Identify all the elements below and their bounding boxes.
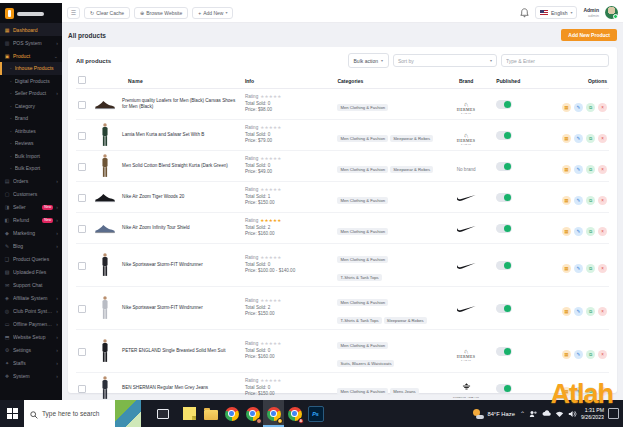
row-checkbox[interactable]	[78, 163, 86, 171]
add-new-button[interactable]: + Add New ▾	[192, 7, 233, 19]
published-toggle[interactable]	[496, 304, 512, 313]
published-toggle[interactable]	[496, 347, 512, 356]
row-checkbox[interactable]	[78, 132, 86, 140]
browse-website-button[interactable]: ⊕ Browse Website	[134, 7, 188, 19]
barcode-button[interactable]: ▦	[562, 227, 571, 236]
sidebar-item-blog[interactable]: ✎Blog›	[0, 240, 62, 253]
bulk-action-dropdown[interactable]: Bulk action ▾	[348, 53, 389, 68]
barcode-button[interactable]: ▦	[562, 307, 571, 316]
row-checkbox[interactable]	[78, 348, 86, 356]
barcode-button[interactable]: ▦	[562, 350, 571, 359]
edit-button[interactable]: ✎	[574, 307, 583, 316]
duplicate-button[interactable]: ⧉	[586, 264, 595, 273]
sidebar-item-product-queries[interactable]: ❑Product Queries	[0, 253, 62, 266]
weather-widget[interactable]: 84°F Haze	[473, 409, 514, 419]
sidebar-toggle-button[interactable]: ☰	[67, 7, 80, 19]
barcode-button[interactable]: ▦	[562, 103, 571, 112]
row-checkbox[interactable]	[78, 385, 86, 393]
app-logo[interactable]	[0, 3, 62, 23]
row-checkbox[interactable]	[78, 225, 86, 233]
start-button[interactable]	[0, 400, 24, 427]
row-checkbox[interactable]	[78, 194, 86, 202]
sidebar-item-inhouse-products[interactable]: -Inhouse Products	[0, 62, 62, 75]
sidebar-item-uploaded-files[interactable]: ▨Uploaded Files	[0, 266, 62, 279]
sidebar-item-product[interactable]: ▣Product⌄	[0, 49, 62, 62]
edit-button[interactable]: ✎	[574, 196, 583, 205]
add-new-product-button[interactable]: Add New Product	[561, 29, 617, 41]
sidebar-item-staffs[interactable]: ✦Staffs›	[0, 357, 62, 370]
task-view-button[interactable]	[153, 400, 173, 427]
chrome-active-icon[interactable]: 6	[263, 400, 284, 427]
file-explorer-icon[interactable]	[200, 400, 221, 427]
sidebar-item-attributes[interactable]: -Attributes	[0, 125, 62, 138]
taskbar-search[interactable]: Type here to search	[24, 400, 141, 427]
chrome-icon[interactable]	[221, 400, 242, 427]
sidebar-item-digital-products[interactable]: -Digital Products	[0, 75, 62, 88]
published-toggle[interactable]	[496, 261, 512, 270]
sidebar-item-affiliate-system[interactable]: ◈Affiliate System›	[0, 292, 62, 305]
network-wifi-icon[interactable]	[555, 409, 564, 418]
duplicate-button[interactable]: ⧉	[586, 134, 595, 143]
tray-chevron-up-icon[interactable]: ⌃	[520, 411, 525, 417]
sidebar-item-website-setup[interactable]: ⬒Website Setup›	[0, 331, 62, 344]
clear-cache-button[interactable]: ↻ Clear Cache	[84, 7, 130, 19]
delete-button[interactable]: ×	[598, 134, 607, 143]
volume-icon[interactable]	[568, 409, 577, 418]
duplicate-button[interactable]: ⧉	[586, 350, 595, 359]
sidebar-item-refund[interactable]: ◧RefundNew›	[0, 214, 62, 227]
sidebar-item-club-point-system[interactable]: ◎Club Point System›	[0, 305, 62, 318]
sidebar-item-bulk-export[interactable]: -Bulk Export	[0, 162, 62, 175]
edit-button[interactable]: ✎	[574, 227, 583, 236]
sidebar-item-settings[interactable]: ⚙Settings›	[0, 344, 62, 357]
barcode-button[interactable]: ▦	[562, 264, 571, 273]
published-toggle[interactable]	[496, 131, 512, 140]
edit-button[interactable]: ✎	[574, 165, 583, 174]
edit-button[interactable]: ✎	[574, 264, 583, 273]
published-toggle[interactable]	[496, 224, 512, 233]
bing-daily-image[interactable]	[115, 400, 141, 427]
sidebar-item-seller[interactable]: ◨SellerNew›	[0, 201, 62, 214]
chrome-profile-icon[interactable]	[242, 400, 263, 427]
select-all-checkbox[interactable]	[78, 76, 86, 84]
duplicate-button[interactable]: ⧉	[586, 227, 595, 236]
published-toggle[interactable]	[496, 384, 512, 393]
sidebar-item-reviews[interactable]: -Reviews	[0, 137, 62, 150]
sidebar-item-support-chat[interactable]: ✉Support Chat	[0, 279, 62, 292]
sidebar-item-customers[interactable]: ▢Customers	[0, 188, 62, 201]
published-toggle[interactable]	[496, 193, 512, 202]
duplicate-button[interactable]: ⧉	[586, 165, 595, 174]
sidebar-item-system[interactable]: ❖System›	[0, 370, 62, 383]
sidebar-item-category[interactable]: -Category	[0, 100, 62, 113]
row-checkbox[interactable]	[78, 305, 86, 313]
people-icon[interactable]	[529, 409, 538, 418]
search-input[interactable]	[501, 54, 609, 67]
language-selector[interactable]: English ▾	[535, 6, 577, 19]
photoshop-icon[interactable]: Ps	[305, 400, 326, 427]
sidebar-item-bulk-import[interactable]: -Bulk Import	[0, 150, 62, 163]
delete-button[interactable]: ×	[598, 227, 607, 236]
edit-button[interactable]: ✎	[574, 350, 583, 359]
sidebar-item-seller-product[interactable]: -Seller Product›	[0, 87, 62, 100]
duplicate-button[interactable]: ⧉	[586, 196, 595, 205]
delete-button[interactable]: ×	[598, 165, 607, 174]
sidebar-item-pos-system[interactable]: ▥POS System›	[0, 36, 62, 49]
avatar[interactable]	[605, 6, 618, 19]
barcode-button[interactable]: ▦	[562, 134, 571, 143]
duplicate-button[interactable]: ⧉	[586, 103, 595, 112]
sidebar-item-offline-payment-system[interactable]: ▭Offline Payment System›	[0, 318, 62, 331]
edit-button[interactable]: ✎	[574, 134, 583, 143]
barcode-button[interactable]: ▦	[562, 196, 571, 205]
barcode-button[interactable]: ▦	[562, 165, 571, 174]
notifications-bell-icon[interactable]	[520, 8, 529, 18]
sidebar-item-dashboard[interactable]: ▦Dashboard	[0, 23, 62, 36]
delete-button[interactable]: ×	[598, 307, 607, 316]
chrome-alert-icon[interactable]: A	[284, 400, 305, 427]
delete-button[interactable]: ×	[598, 350, 607, 359]
sidebar-item-marketing[interactable]: ◆Marketing›	[0, 227, 62, 240]
delete-button[interactable]: ×	[598, 196, 607, 205]
sidebar-item-brand[interactable]: -Brand	[0, 112, 62, 125]
duplicate-button[interactable]: ⧉	[586, 307, 595, 316]
published-toggle[interactable]	[496, 100, 512, 109]
onedrive-cloud-icon[interactable]	[542, 409, 551, 418]
sort-by-select[interactable]: Sort by ▾	[393, 54, 497, 67]
